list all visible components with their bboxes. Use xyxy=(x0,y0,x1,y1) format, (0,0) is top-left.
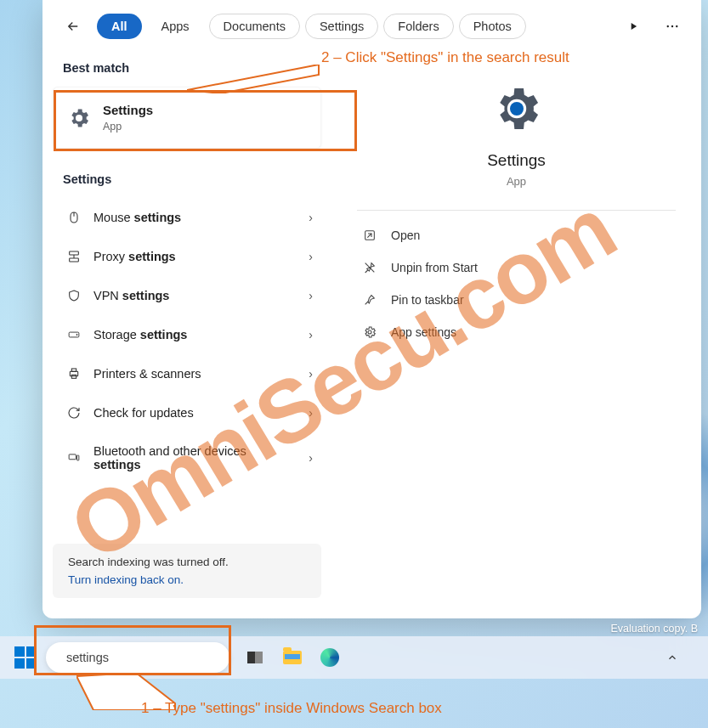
notice-message: Search indexing was turned off. xyxy=(68,556,306,568)
tab-apps[interactable]: Apps xyxy=(147,14,204,39)
mouse-icon xyxy=(66,210,82,225)
result-mouse-settings[interactable]: Mouse settings › xyxy=(46,198,328,237)
tab-all[interactable]: All xyxy=(97,14,142,39)
more-icon[interactable] xyxy=(660,14,684,38)
action-open[interactable]: Open xyxy=(331,219,701,251)
annotation-text-2: 2 – Click "Settings" in the search resul… xyxy=(321,49,569,66)
svg-rect-10 xyxy=(70,371,77,375)
start-button[interactable] xyxy=(8,641,42,674)
detail-subtitle: App xyxy=(331,175,701,188)
chevron-up-icon xyxy=(666,652,678,663)
svg-rect-6 xyxy=(70,258,79,262)
gear-icon xyxy=(362,324,377,340)
svg-point-20 xyxy=(368,330,371,334)
best-match-subtitle: App xyxy=(103,121,153,133)
edge-button[interactable] xyxy=(313,641,347,674)
best-match-header: Best match xyxy=(42,53,331,87)
tab-bar: All Apps Documents Settings Folders Phot… xyxy=(42,0,701,53)
svg-line-19 xyxy=(365,302,368,304)
tab-photos[interactable]: Photos xyxy=(459,14,526,39)
chevron-right-icon: › xyxy=(309,211,313,224)
turn-indexing-on-link[interactable]: Turn indexing back on. xyxy=(68,573,306,586)
chevron-right-icon: › xyxy=(309,451,313,465)
action-unpin-start[interactable]: Unpin from Start xyxy=(331,251,701,284)
result-printers-scanners[interactable]: Printers & scanners › xyxy=(46,354,328,393)
taskbar-search-box[interactable] xyxy=(46,642,229,673)
gear-icon xyxy=(490,82,544,136)
result-bluetooth-devices[interactable]: Bluetooth and other devicessettings › xyxy=(46,432,328,483)
result-proxy-settings[interactable]: Proxy settings › xyxy=(46,237,328,276)
tab-documents[interactable]: Documents xyxy=(209,14,300,39)
edge-icon xyxy=(320,648,339,667)
svg-point-16 xyxy=(510,102,524,116)
windows-logo-icon xyxy=(14,646,37,669)
chevron-right-icon: › xyxy=(309,289,313,302)
printer-icon xyxy=(66,366,82,381)
back-button[interactable] xyxy=(59,13,87,40)
results-column: Best match Settings App Settings Mouse s… xyxy=(42,53,331,618)
svg-point-0 xyxy=(667,25,669,27)
indexing-notice: Search indexing was turned off. Turn ind… xyxy=(53,544,321,598)
proxy-icon xyxy=(66,249,82,264)
folder-icon xyxy=(283,651,302,664)
annotation-text-1: 1 – Type "settings" inside Windows Searc… xyxy=(141,700,442,717)
chevron-right-icon: › xyxy=(309,367,313,381)
evaluation-watermark: Evaluation copy. B xyxy=(610,623,698,635)
chevron-right-icon: › xyxy=(309,328,313,341)
result-storage-settings[interactable]: Storage settings › xyxy=(46,315,328,354)
open-icon xyxy=(362,228,377,243)
svg-rect-13 xyxy=(69,454,76,460)
storage-icon xyxy=(66,327,82,342)
chevron-right-icon: › xyxy=(309,250,313,263)
settings-header: Settings xyxy=(42,164,331,198)
chevron-right-icon: › xyxy=(309,406,313,420)
file-explorer-button[interactable] xyxy=(275,641,309,674)
svg-rect-5 xyxy=(70,251,79,255)
svg-rect-12 xyxy=(71,375,76,378)
best-match-settings[interactable]: Settings App xyxy=(53,87,321,149)
detail-pane: Settings App Open Unpin from Start Pin t… xyxy=(331,53,701,618)
svg-rect-14 xyxy=(77,455,79,460)
svg-point-1 xyxy=(671,25,673,27)
pin-icon xyxy=(362,292,377,308)
devices-icon xyxy=(66,450,82,466)
arrow-left-icon xyxy=(65,19,81,34)
task-view-button[interactable] xyxy=(238,641,272,674)
gear-icon xyxy=(67,106,91,130)
result-vpn-settings[interactable]: VPN settings › xyxy=(46,276,328,315)
action-pin-taskbar[interactable]: Pin to taskbar xyxy=(331,284,701,316)
svg-point-2 xyxy=(676,25,677,27)
shield-icon xyxy=(66,288,82,303)
svg-rect-11 xyxy=(71,369,76,371)
tab-settings[interactable]: Settings xyxy=(305,14,378,39)
detail-title: Settings xyxy=(331,151,701,170)
taskbar xyxy=(0,636,708,679)
tray-expand-button[interactable] xyxy=(655,641,689,674)
result-check-updates[interactable]: Check for updates › xyxy=(46,393,328,432)
unpin-icon xyxy=(362,260,377,275)
refresh-icon xyxy=(66,405,82,420)
svg-point-9 xyxy=(76,334,77,335)
search-input[interactable] xyxy=(66,651,227,664)
task-view-icon xyxy=(247,652,263,663)
search-results-window: All Apps Documents Settings Folders Phot… xyxy=(42,0,701,618)
play-icon[interactable] xyxy=(621,14,645,38)
best-match-title: Settings xyxy=(103,103,153,117)
tab-folders[interactable]: Folders xyxy=(383,14,453,39)
action-app-settings[interactable]: App settings xyxy=(331,316,701,348)
divider xyxy=(357,210,676,211)
